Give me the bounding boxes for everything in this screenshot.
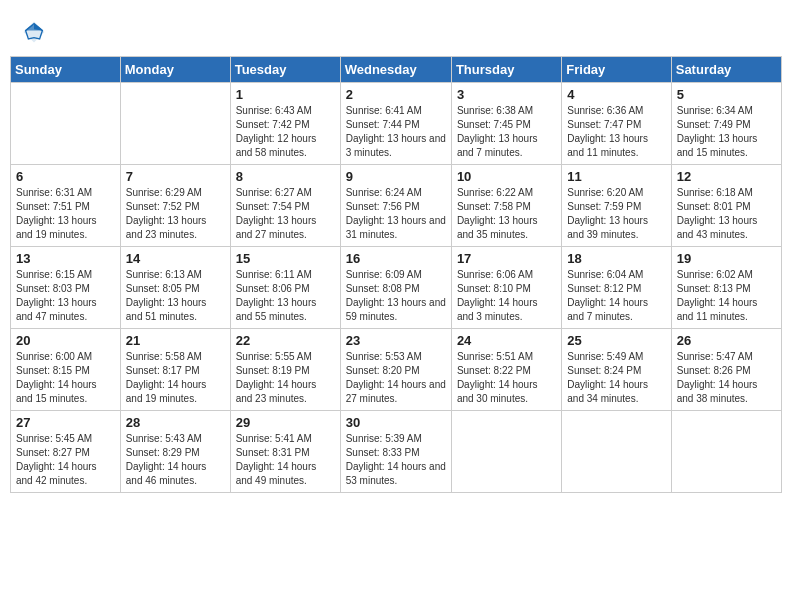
- calendar-cell: 12Sunrise: 6:18 AMSunset: 8:01 PMDayligh…: [671, 165, 781, 247]
- day-info: Sunrise: 6:18 AMSunset: 8:01 PMDaylight:…: [677, 186, 776, 242]
- calendar-cell: 26Sunrise: 5:47 AMSunset: 8:26 PMDayligh…: [671, 329, 781, 411]
- calendar-cell: [451, 411, 561, 493]
- day-number: 26: [677, 333, 776, 348]
- day-info: Sunrise: 5:45 AMSunset: 8:27 PMDaylight:…: [16, 432, 115, 488]
- day-info: Sunrise: 6:22 AMSunset: 7:58 PMDaylight:…: [457, 186, 556, 242]
- calendar-cell: 14Sunrise: 6:13 AMSunset: 8:05 PMDayligh…: [120, 247, 230, 329]
- calendar-cell: 7Sunrise: 6:29 AMSunset: 7:52 PMDaylight…: [120, 165, 230, 247]
- weekday-header: Wednesday: [340, 57, 451, 83]
- day-number: 3: [457, 87, 556, 102]
- day-number: 28: [126, 415, 225, 430]
- day-info: Sunrise: 6:13 AMSunset: 8:05 PMDaylight:…: [126, 268, 225, 324]
- day-info: Sunrise: 6:06 AMSunset: 8:10 PMDaylight:…: [457, 268, 556, 324]
- calendar-cell: 27Sunrise: 5:45 AMSunset: 8:27 PMDayligh…: [11, 411, 121, 493]
- calendar-cell: 4Sunrise: 6:36 AMSunset: 7:47 PMDaylight…: [562, 83, 671, 165]
- calendar-cell: 24Sunrise: 5:51 AMSunset: 8:22 PMDayligh…: [451, 329, 561, 411]
- weekday-header: Tuesday: [230, 57, 340, 83]
- day-number: 24: [457, 333, 556, 348]
- day-number: 15: [236, 251, 335, 266]
- day-number: 27: [16, 415, 115, 430]
- calendar-cell: 13Sunrise: 6:15 AMSunset: 8:03 PMDayligh…: [11, 247, 121, 329]
- calendar-week-row: 27Sunrise: 5:45 AMSunset: 8:27 PMDayligh…: [11, 411, 782, 493]
- calendar-cell: 15Sunrise: 6:11 AMSunset: 8:06 PMDayligh…: [230, 247, 340, 329]
- calendar-cell: 9Sunrise: 6:24 AMSunset: 7:56 PMDaylight…: [340, 165, 451, 247]
- calendar-cell: 5Sunrise: 6:34 AMSunset: 7:49 PMDaylight…: [671, 83, 781, 165]
- calendar-cell: 18Sunrise: 6:04 AMSunset: 8:12 PMDayligh…: [562, 247, 671, 329]
- day-number: 20: [16, 333, 115, 348]
- page-header: [10, 10, 782, 50]
- day-info: Sunrise: 6:43 AMSunset: 7:42 PMDaylight:…: [236, 104, 335, 160]
- day-number: 4: [567, 87, 665, 102]
- calendar-cell: 16Sunrise: 6:09 AMSunset: 8:08 PMDayligh…: [340, 247, 451, 329]
- calendar-cell: 25Sunrise: 5:49 AMSunset: 8:24 PMDayligh…: [562, 329, 671, 411]
- day-info: Sunrise: 5:53 AMSunset: 8:20 PMDaylight:…: [346, 350, 446, 406]
- day-number: 29: [236, 415, 335, 430]
- day-info: Sunrise: 5:49 AMSunset: 8:24 PMDaylight:…: [567, 350, 665, 406]
- calendar-cell: 21Sunrise: 5:58 AMSunset: 8:17 PMDayligh…: [120, 329, 230, 411]
- day-info: Sunrise: 6:11 AMSunset: 8:06 PMDaylight:…: [236, 268, 335, 324]
- calendar-cell: 6Sunrise: 6:31 AMSunset: 7:51 PMDaylight…: [11, 165, 121, 247]
- day-info: Sunrise: 6:20 AMSunset: 7:59 PMDaylight:…: [567, 186, 665, 242]
- calendar-cell: 1Sunrise: 6:43 AMSunset: 7:42 PMDaylight…: [230, 83, 340, 165]
- calendar-cell: 8Sunrise: 6:27 AMSunset: 7:54 PMDaylight…: [230, 165, 340, 247]
- day-info: Sunrise: 6:04 AMSunset: 8:12 PMDaylight:…: [567, 268, 665, 324]
- day-info: Sunrise: 6:27 AMSunset: 7:54 PMDaylight:…: [236, 186, 335, 242]
- day-info: Sunrise: 6:02 AMSunset: 8:13 PMDaylight:…: [677, 268, 776, 324]
- day-info: Sunrise: 6:29 AMSunset: 7:52 PMDaylight:…: [126, 186, 225, 242]
- day-number: 16: [346, 251, 446, 266]
- weekday-header: Monday: [120, 57, 230, 83]
- day-info: Sunrise: 6:15 AMSunset: 8:03 PMDaylight:…: [16, 268, 115, 324]
- day-info: Sunrise: 6:41 AMSunset: 7:44 PMDaylight:…: [346, 104, 446, 160]
- day-number: 30: [346, 415, 446, 430]
- calendar-cell: 17Sunrise: 6:06 AMSunset: 8:10 PMDayligh…: [451, 247, 561, 329]
- weekday-header: Thursday: [451, 57, 561, 83]
- logo: [20, 18, 51, 46]
- day-number: 19: [677, 251, 776, 266]
- day-number: 12: [677, 169, 776, 184]
- calendar-cell: 23Sunrise: 5:53 AMSunset: 8:20 PMDayligh…: [340, 329, 451, 411]
- day-number: 18: [567, 251, 665, 266]
- calendar-header-row: SundayMondayTuesdayWednesdayThursdayFrid…: [11, 57, 782, 83]
- day-number: 1: [236, 87, 335, 102]
- day-info: Sunrise: 5:58 AMSunset: 8:17 PMDaylight:…: [126, 350, 225, 406]
- day-info: Sunrise: 6:00 AMSunset: 8:15 PMDaylight:…: [16, 350, 115, 406]
- day-number: 11: [567, 169, 665, 184]
- calendar-cell: 19Sunrise: 6:02 AMSunset: 8:13 PMDayligh…: [671, 247, 781, 329]
- calendar-week-row: 1Sunrise: 6:43 AMSunset: 7:42 PMDaylight…: [11, 83, 782, 165]
- calendar-cell: 28Sunrise: 5:43 AMSunset: 8:29 PMDayligh…: [120, 411, 230, 493]
- day-number: 6: [16, 169, 115, 184]
- day-info: Sunrise: 5:47 AMSunset: 8:26 PMDaylight:…: [677, 350, 776, 406]
- calendar-cell: [562, 411, 671, 493]
- calendar-cell: 22Sunrise: 5:55 AMSunset: 8:19 PMDayligh…: [230, 329, 340, 411]
- calendar-cell: 11Sunrise: 6:20 AMSunset: 7:59 PMDayligh…: [562, 165, 671, 247]
- day-info: Sunrise: 6:38 AMSunset: 7:45 PMDaylight:…: [457, 104, 556, 160]
- logo-icon: [20, 18, 48, 46]
- day-info: Sunrise: 5:51 AMSunset: 8:22 PMDaylight:…: [457, 350, 556, 406]
- calendar-cell: 10Sunrise: 6:22 AMSunset: 7:58 PMDayligh…: [451, 165, 561, 247]
- day-number: 17: [457, 251, 556, 266]
- day-number: 7: [126, 169, 225, 184]
- calendar-cell: [120, 83, 230, 165]
- day-info: Sunrise: 5:41 AMSunset: 8:31 PMDaylight:…: [236, 432, 335, 488]
- weekday-header: Saturday: [671, 57, 781, 83]
- day-number: 8: [236, 169, 335, 184]
- day-number: 13: [16, 251, 115, 266]
- day-info: Sunrise: 6:09 AMSunset: 8:08 PMDaylight:…: [346, 268, 446, 324]
- weekday-header: Sunday: [11, 57, 121, 83]
- calendar-week-row: 20Sunrise: 6:00 AMSunset: 8:15 PMDayligh…: [11, 329, 782, 411]
- calendar-cell: [671, 411, 781, 493]
- calendar-cell: [11, 83, 121, 165]
- day-number: 9: [346, 169, 446, 184]
- day-number: 14: [126, 251, 225, 266]
- calendar-cell: 30Sunrise: 5:39 AMSunset: 8:33 PMDayligh…: [340, 411, 451, 493]
- day-info: Sunrise: 6:34 AMSunset: 7:49 PMDaylight:…: [677, 104, 776, 160]
- day-number: 25: [567, 333, 665, 348]
- day-info: Sunrise: 5:55 AMSunset: 8:19 PMDaylight:…: [236, 350, 335, 406]
- calendar-cell: 20Sunrise: 6:00 AMSunset: 8:15 PMDayligh…: [11, 329, 121, 411]
- day-info: Sunrise: 5:39 AMSunset: 8:33 PMDaylight:…: [346, 432, 446, 488]
- calendar-week-row: 6Sunrise: 6:31 AMSunset: 7:51 PMDaylight…: [11, 165, 782, 247]
- day-info: Sunrise: 6:31 AMSunset: 7:51 PMDaylight:…: [16, 186, 115, 242]
- day-number: 22: [236, 333, 335, 348]
- weekday-header: Friday: [562, 57, 671, 83]
- day-number: 2: [346, 87, 446, 102]
